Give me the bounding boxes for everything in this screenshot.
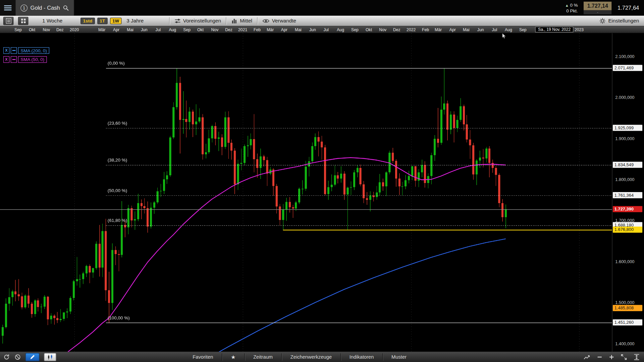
interval-chip-1std[interactable]: 1std	[80, 17, 95, 24]
time-axis-month-label: Feb	[422, 27, 429, 32]
layout-grid-button[interactable]	[18, 17, 29, 25]
legend-line-style-button[interactable]	[11, 56, 17, 63]
time-axis-month-label: Feb	[254, 27, 261, 32]
fit-vertical-button[interactable]	[633, 354, 640, 361]
time-axis-month-label: Dez	[225, 27, 232, 32]
alert-level-badge: 1.485,808	[613, 305, 642, 311]
average-button[interactable]: Mittel	[231, 18, 252, 23]
bottom-center-menu: Favoriten ★ Zeitraum Zeichenwerkzeuge In…	[184, 352, 415, 362]
ask-price: 1.727,64	[618, 5, 639, 11]
star-icon: ★	[231, 354, 235, 360]
top-bar: 1 Gold - Cash ▲ 0 % 0 Pkt. 1.727,14 - 1.…	[0, 0, 644, 16]
news-list-button[interactable]	[3, 17, 14, 25]
presets-button[interactable]: Voreinstellungen	[174, 18, 221, 23]
indicators-button[interactable]: Indikatoren	[341, 352, 382, 362]
legend-label[interactable]: SMA (200, 0)	[18, 47, 49, 54]
draw-pencil-button[interactable]	[25, 353, 40, 361]
time-axis-month-label: Aug	[169, 27, 176, 32]
price-axis-tick: 1.600,000	[615, 259, 634, 264]
clear-drawings-button[interactable]	[14, 354, 21, 361]
favorite-star-button[interactable]: ★	[222, 352, 244, 362]
support-level-badge: 1.676,800	[613, 227, 642, 233]
time-axis-month-label: Mai	[295, 27, 302, 32]
price-axis-tick: 1.800,000	[615, 177, 634, 182]
time-axis-month-label: Sep	[14, 27, 22, 32]
legend-close-button[interactable]: X	[3, 47, 9, 54]
favorites-button[interactable]: Favoriten	[184, 352, 222, 362]
legend-close-button[interactable]: X	[3, 56, 9, 63]
fib-level-badge: 1.925,099	[613, 125, 642, 131]
instrument-number-badge: 1	[20, 4, 28, 11]
interval-chip-1t[interactable]: 1T	[97, 17, 107, 24]
drawing-tools-button[interactable]: Zeichenwerkzeuge	[282, 352, 340, 362]
timeframe-button[interactable]: Zeitraum	[245, 352, 281, 362]
time-axis-month-label: Jul	[323, 27, 329, 32]
zoom-in-button[interactable]	[609, 354, 614, 360]
fullscreen-button[interactable]	[621, 354, 627, 361]
bottom-left-tools	[3, 352, 56, 362]
chart-toolbar: 1 Woche 1std 1T 1W 3 Jahre Voreinstellun…	[0, 16, 644, 26]
patterns-button[interactable]: Muster	[383, 352, 415, 362]
mouse-cursor	[502, 33, 507, 39]
time-axis-month-label: Sep	[519, 27, 527, 32]
change-arrow-icon: ▲	[565, 3, 569, 7]
auto-scale-button[interactable]	[584, 354, 591, 360]
time-axis-month-label: Sep	[351, 27, 359, 32]
top-bar-spacer	[74, 0, 565, 16]
list-icon	[6, 18, 11, 23]
pencil-icon	[30, 354, 35, 360]
fib-level-badge: 2.071,469	[613, 65, 642, 71]
fib-level-badge: 1.761,364	[613, 192, 642, 198]
price-axis-tick: 1.400,000	[615, 341, 634, 346]
fib-level-label: (23,60 %)	[108, 121, 127, 126]
fib-level-badge: 1.451,260	[613, 319, 642, 325]
time-axis-month-label: Nov	[211, 27, 219, 32]
settings-button[interactable]: Einstellungen	[599, 17, 639, 24]
zoom-out-button[interactable]	[597, 354, 602, 360]
search-icon	[63, 5, 69, 11]
candle-style-button[interactable]	[44, 353, 56, 361]
time-axis-month-label: Okt	[29, 27, 35, 32]
price-axis[interactable]: 2.100,0002.000,0001.900,0001.800,0001.70…	[612, 33, 644, 352]
price-axis-tick: 2.100,000	[615, 54, 634, 59]
hamburger-icon	[4, 4, 12, 11]
related-button[interactable]: Verwandte	[263, 18, 297, 23]
minus-icon	[597, 354, 602, 360]
instrument-selector[interactable]: 1 Gold - Cash	[16, 0, 74, 16]
fib-level-label: (50,00 %)	[108, 188, 127, 193]
toolbar-separator	[169, 17, 169, 24]
legend-label[interactable]: SMA (50, 0)	[18, 56, 47, 63]
interval-chip-1w[interactable]: 1W	[110, 17, 122, 24]
legend-line-style-button[interactable]	[11, 47, 17, 54]
bid-sub-value: -	[584, 10, 612, 14]
bid-wrap: 1.727,14 -	[584, 1, 612, 14]
fib-level-badge: 1.834,549	[613, 162, 642, 168]
grid-icon	[20, 18, 26, 23]
range-dropdown[interactable]: 3 Jahre	[126, 18, 144, 23]
bottom-toolbar: Favoriten ★ Zeitraum Zeichenwerkzeuge In…	[0, 352, 644, 362]
time-axis[interactable]: Sa., 19 Nov. 2022 SepOktNovDez2020MärApr…	[0, 26, 644, 33]
time-axis-year-label: 2023	[575, 27, 584, 32]
time-axis-month-label: Dez	[393, 27, 400, 32]
time-axis-month-label: Aug	[337, 27, 344, 32]
time-axis-month-label: Nov	[379, 27, 386, 32]
trend-chart-icon	[584, 354, 591, 360]
change-points: 0 Pkt.	[565, 8, 578, 13]
eye-icon	[263, 18, 270, 23]
time-axis-month-label: Jul	[492, 27, 497, 32]
menu-button[interactable]	[0, 0, 16, 16]
time-axis-month-label: Sep	[183, 27, 191, 32]
refresh-button[interactable]	[3, 354, 10, 361]
price-chart-canvas[interactable]	[0, 33, 612, 352]
toolbar-separator	[257, 17, 258, 24]
interval-dropdown[interactable]: 1 Woche	[42, 18, 62, 23]
current-price-badge: 1.727,390	[613, 206, 642, 212]
bottom-right-tools	[584, 352, 640, 362]
chart-area: X SMA (200, 0) X SMA (50, 0) 2.100,0002.…	[0, 33, 644, 352]
fib-level-label: (61,80 %)	[108, 218, 127, 223]
instrument-name: Gold - Cash	[31, 5, 60, 11]
time-axis-year-label: 2021	[238, 27, 247, 32]
price-axis-tick: 1.500,000	[615, 300, 634, 305]
bars-icon	[231, 18, 237, 23]
time-axis-month-label: Apr	[449, 27, 456, 32]
